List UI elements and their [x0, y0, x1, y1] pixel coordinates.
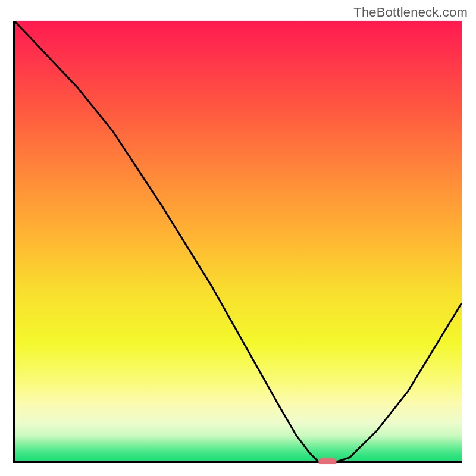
- chart-svg: [12, 21, 464, 464]
- bottleneck-curve: [14, 21, 462, 462]
- watermark-text: TheBottleneck.com: [353, 5, 468, 20]
- axes: [14, 21, 462, 462]
- plot-area: [12, 21, 464, 464]
- optimum-marker: [318, 458, 336, 465]
